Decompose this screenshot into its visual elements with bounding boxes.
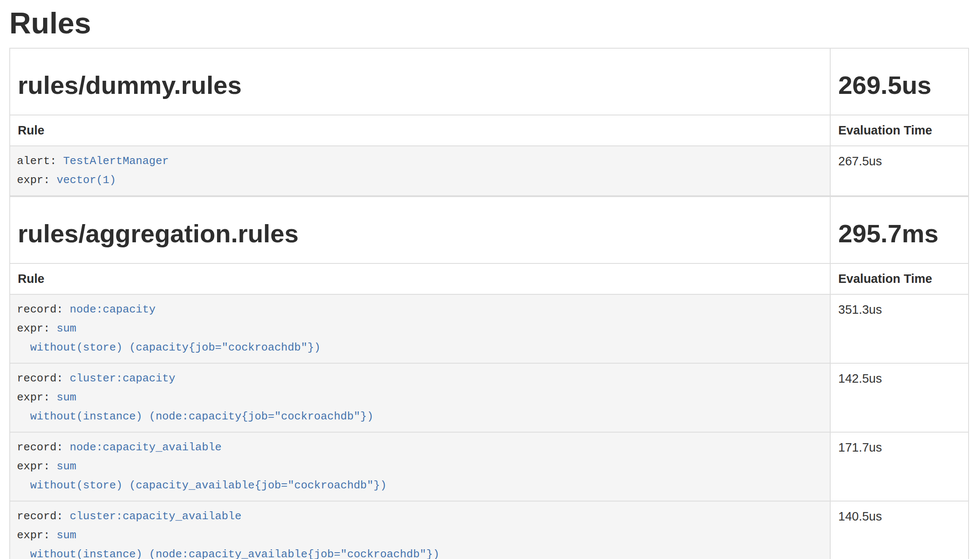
group-file-cell: rules/aggregation.rules [10, 197, 830, 263]
group-total-eval-cell: 269.5us [830, 48, 969, 115]
rule-expr-continuation-link[interactable]: without(instance) (node:capacity{job="co… [17, 410, 374, 423]
rule-expr-continuation-line: without(instance) (node:capacity_availab… [17, 545, 823, 559]
expr-label: expr: [17, 322, 57, 335]
rule-name-link[interactable]: cluster:capacity [70, 372, 176, 385]
rule-kind-label: record: [17, 303, 70, 316]
group-file-name: rules/aggregation.rules [18, 219, 822, 248]
rule-name-link[interactable]: TestAlertManager [63, 155, 169, 167]
eval-time-column-header: Evaluation Time [830, 115, 969, 146]
rule-expr-link[interactable]: sum [57, 529, 77, 542]
column-header-row: Rule Evaluation Time [10, 263, 969, 294]
rule-definition-cell: record: cluster:capacity expr: sum witho… [10, 363, 830, 432]
rule-definition-cell: alert: TestAlertManager expr: vector(1) [10, 146, 830, 196]
rules-page: Rules rules/dummy.rules 269.5us Rule Eva… [0, 6, 980, 559]
rule-expr-line: expr: sum [17, 526, 823, 545]
group-file-name: rules/dummy.rules [18, 71, 822, 100]
expr-label: expr: [17, 460, 57, 473]
rule-expr-line: expr: sum [17, 457, 823, 476]
rule-expr-link[interactable]: sum [57, 460, 77, 473]
rule-expr-link[interactable]: sum [57, 322, 77, 335]
group-total-eval-time: 269.5us [838, 71, 961, 100]
rule-row: record: cluster:capacity_available expr:… [10, 501, 969, 559]
rule-row: alert: TestAlertManager expr: vector(1) … [10, 146, 969, 196]
rule-eval-time: 142.5us [830, 363, 969, 432]
rule-row: record: node:capacity_available expr: su… [10, 432, 969, 501]
rule-name-line: record: node:capacity [17, 300, 823, 319]
rule-expr-continuation-line: without(instance) (node:capacity{job="co… [17, 407, 823, 426]
column-header-row: Rule Evaluation Time [10, 115, 969, 146]
rule-kind-label: record: [17, 372, 70, 385]
expr-label: expr: [17, 391, 57, 404]
rule-expr-line: expr: sum [17, 319, 823, 338]
rule-name-link[interactable]: cluster:capacity_available [70, 510, 242, 523]
rule-expr-link[interactable]: sum [57, 391, 77, 404]
rule-eval-time: 171.7us [830, 432, 969, 501]
rule-expr-continuation-link[interactable]: without(instance) (node:capacity_availab… [17, 548, 440, 559]
page-title: Rules [9, 6, 969, 40]
rule-row: record: node:capacity expr: sum without(… [10, 294, 969, 363]
rule-expr-line: expr: sum [17, 388, 823, 407]
rule-kind-label: record: [17, 441, 70, 454]
group-total-eval-time: 295.7ms [838, 219, 961, 248]
rule-group-table-dummy: rules/dummy.rules 269.5us Rule Evaluatio… [9, 48, 969, 196]
rule-definition-cell: record: node:capacity expr: sum without(… [10, 294, 830, 363]
rule-expr-continuation-line: without(store) (capacity_available{job="… [17, 476, 823, 495]
rule-name-line: record: node:capacity_available [17, 438, 823, 457]
expr-label: expr: [17, 529, 57, 542]
rule-definition-cell: record: cluster:capacity_available expr:… [10, 501, 830, 559]
rule-name-line: record: cluster:capacity [17, 369, 823, 388]
rule-eval-time: 351.3us [830, 294, 969, 363]
rule-expr-continuation-link[interactable]: without(store) (capacity{job="cockroachd… [17, 341, 321, 354]
group-header-row: rules/aggregation.rules 295.7ms [10, 197, 969, 263]
rule-definition-cell: record: node:capacity_available expr: su… [10, 432, 830, 501]
rule-name-link[interactable]: node:capacity_available [70, 441, 222, 454]
eval-time-column-header: Evaluation Time [830, 263, 969, 294]
rule-column-header: Rule [10, 115, 830, 146]
rule-expr-continuation-link[interactable]: without(store) (capacity_available{job="… [17, 479, 387, 492]
rule-name-line: alert: TestAlertManager [17, 152, 823, 171]
rule-eval-time: 267.5us [830, 146, 969, 196]
group-total-eval-cell: 295.7ms [830, 197, 969, 263]
rule-kind-label: record: [17, 510, 70, 523]
rule-eval-time: 140.5us [830, 501, 969, 559]
rule-name-link[interactable]: node:capacity [70, 303, 156, 316]
rule-column-header: Rule [10, 263, 830, 294]
rule-group-table-aggregation: rules/aggregation.rules 295.7ms Rule Eva… [9, 196, 969, 559]
rule-expr-line: expr: vector(1) [17, 171, 823, 190]
group-header-row: rules/dummy.rules 269.5us [10, 48, 969, 115]
group-file-cell: rules/dummy.rules [10, 48, 830, 115]
expr-label: expr: [17, 174, 57, 186]
rule-expr-link[interactable]: vector(1) [57, 174, 116, 186]
rule-row: record: cluster:capacity expr: sum witho… [10, 363, 969, 432]
rule-expr-continuation-line: without(store) (capacity{job="cockroachd… [17, 338, 823, 357]
rule-name-line: record: cluster:capacity_available [17, 507, 823, 526]
rule-kind-label: alert: [17, 155, 63, 167]
